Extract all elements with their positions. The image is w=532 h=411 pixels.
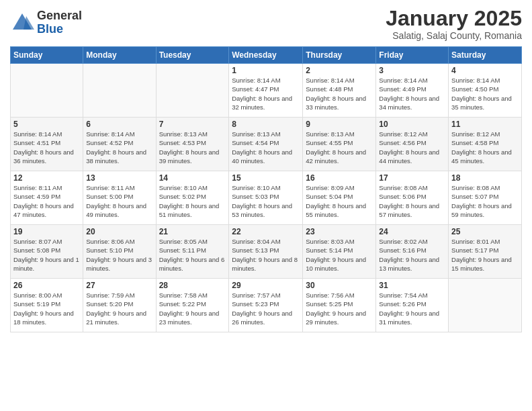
day-number: 23	[306, 227, 373, 236]
day-info: Sunrise: 8:03 AM Sunset: 5:14 PM Dayligh…	[306, 237, 373, 273]
day-number: 17	[379, 173, 445, 183]
logo-general: General	[37, 9, 82, 23]
day-info: Sunrise: 7:54 AM Sunset: 5:26 PM Dayligh…	[379, 291, 445, 326]
day-number: 31	[379, 281, 445, 290]
day-info: Sunrise: 8:12 AM Sunset: 4:56 PM Dayligh…	[379, 130, 445, 165]
day-cell: 10Sunrise: 8:12 AM Sunset: 4:56 PM Dayli…	[376, 118, 449, 171]
logo: General Blue	[10, 9, 82, 36]
title-block: January 2025 Salatig, Salaj County, Roma…	[386, 7, 522, 41]
day-cell: 1Sunrise: 8:14 AM Sunset: 4:47 PM Daylig…	[229, 64, 303, 118]
col-sunday: Sunday	[11, 47, 83, 64]
day-info: Sunrise: 8:06 AM Sunset: 5:10 PM Dayligh…	[86, 237, 152, 273]
day-info: Sunrise: 8:13 AM Sunset: 4:54 PM Dayligh…	[232, 130, 300, 165]
day-cell: 16Sunrise: 8:09 AM Sunset: 5:04 PM Dayli…	[303, 171, 376, 225]
day-cell	[11, 64, 83, 118]
week-row-1: 1Sunrise: 8:14 AM Sunset: 4:47 PM Daylig…	[11, 64, 522, 118]
day-info: Sunrise: 8:04 AM Sunset: 5:13 PM Dayligh…	[232, 237, 300, 273]
col-wednesday: Wednesday	[229, 47, 303, 64]
week-row-3: 12Sunrise: 8:11 AM Sunset: 4:59 PM Dayli…	[11, 171, 522, 225]
calendar-body: 1Sunrise: 8:14 AM Sunset: 4:47 PM Daylig…	[11, 64, 522, 332]
calendar-title: January 2025	[386, 7, 522, 30]
day-cell: 4Sunrise: 8:14 AM Sunset: 4:50 PM Daylig…	[449, 64, 522, 118]
day-number: 18	[451, 173, 519, 183]
day-cell: 6Sunrise: 8:14 AM Sunset: 4:52 PM Daylig…	[83, 118, 156, 171]
col-saturday: Saturday	[449, 47, 522, 64]
day-number: 28	[159, 281, 226, 290]
day-cell: 2Sunrise: 8:14 AM Sunset: 4:48 PM Daylig…	[303, 64, 376, 118]
day-number: 13	[86, 173, 152, 183]
day-info: Sunrise: 7:58 AM Sunset: 5:22 PM Dayligh…	[159, 291, 226, 326]
day-cell: 19Sunrise: 8:07 AM Sunset: 5:08 PM Dayli…	[11, 225, 83, 279]
day-cell: 17Sunrise: 8:08 AM Sunset: 5:06 PM Dayli…	[376, 171, 449, 225]
day-cell: 3Sunrise: 8:14 AM Sunset: 4:49 PM Daylig…	[376, 64, 449, 118]
day-info: Sunrise: 8:10 AM Sunset: 5:02 PM Dayligh…	[159, 183, 226, 219]
day-cell: 31Sunrise: 7:54 AM Sunset: 5:26 PM Dayli…	[376, 279, 449, 332]
week-row-4: 19Sunrise: 8:07 AM Sunset: 5:08 PM Dayli…	[11, 225, 522, 279]
day-cell: 24Sunrise: 8:02 AM Sunset: 5:16 PM Dayli…	[376, 225, 449, 279]
day-info: Sunrise: 8:10 AM Sunset: 5:03 PM Dayligh…	[232, 183, 300, 219]
day-info: Sunrise: 8:14 AM Sunset: 4:51 PM Dayligh…	[13, 130, 80, 165]
day-info: Sunrise: 8:08 AM Sunset: 5:06 PM Dayligh…	[379, 183, 445, 219]
day-info: Sunrise: 7:57 AM Sunset: 5:23 PM Dayligh…	[232, 291, 300, 326]
day-cell: 9Sunrise: 8:13 AM Sunset: 4:55 PM Daylig…	[303, 118, 376, 171]
day-info: Sunrise: 8:14 AM Sunset: 4:49 PM Dayligh…	[379, 76, 445, 111]
day-info: Sunrise: 8:14 AM Sunset: 4:52 PM Dayligh…	[86, 130, 152, 165]
day-cell: 18Sunrise: 8:08 AM Sunset: 5:07 PM Dayli…	[449, 171, 522, 225]
day-info: Sunrise: 8:14 AM Sunset: 4:47 PM Dayligh…	[232, 76, 300, 111]
day-info: Sunrise: 8:13 AM Sunset: 4:55 PM Dayligh…	[306, 130, 373, 165]
day-info: Sunrise: 8:05 AM Sunset: 5:11 PM Dayligh…	[159, 237, 226, 273]
day-cell	[83, 64, 156, 118]
day-number: 12	[13, 173, 80, 183]
day-cell: 23Sunrise: 8:03 AM Sunset: 5:14 PM Dayli…	[303, 225, 376, 279]
day-cell: 30Sunrise: 7:56 AM Sunset: 5:25 PM Dayli…	[303, 279, 376, 332]
day-number: 27	[86, 281, 152, 290]
day-number: 21	[159, 227, 226, 236]
day-number: 2	[306, 66, 373, 75]
day-number: 10	[379, 120, 445, 129]
day-info: Sunrise: 8:07 AM Sunset: 5:08 PM Dayligh…	[13, 237, 80, 273]
day-number: 9	[306, 120, 373, 129]
day-number: 16	[306, 173, 373, 183]
day-cell: 25Sunrise: 8:01 AM Sunset: 5:17 PM Dayli…	[449, 225, 522, 279]
day-cell: 12Sunrise: 8:11 AM Sunset: 4:59 PM Dayli…	[11, 171, 83, 225]
day-cell: 26Sunrise: 8:00 AM Sunset: 5:19 PM Dayli…	[11, 279, 83, 332]
day-info: Sunrise: 7:59 AM Sunset: 5:20 PM Dayligh…	[86, 291, 152, 326]
calendar-header-row: Sunday Monday Tuesday Wednesday Thursday…	[11, 47, 522, 64]
day-cell: 14Sunrise: 8:10 AM Sunset: 5:02 PM Dayli…	[156, 171, 229, 225]
col-tuesday: Tuesday	[156, 47, 229, 64]
calendar-table: Sunday Monday Tuesday Wednesday Thursday…	[10, 46, 522, 332]
header: General Blue January 2025 Salatig, Salaj…	[10, 7, 522, 41]
day-info: Sunrise: 8:01 AM Sunset: 5:17 PM Dayligh…	[451, 237, 519, 273]
day-info: Sunrise: 8:12 AM Sunset: 4:58 PM Dayligh…	[451, 130, 519, 165]
day-number: 11	[451, 120, 519, 129]
page: General Blue January 2025 Salatig, Salaj…	[0, 0, 532, 411]
day-number: 5	[13, 120, 80, 129]
day-number: 3	[379, 66, 445, 75]
day-number: 8	[232, 120, 300, 129]
day-info: Sunrise: 8:13 AM Sunset: 4:53 PM Dayligh…	[159, 130, 226, 165]
day-cell: 11Sunrise: 8:12 AM Sunset: 4:58 PM Dayli…	[449, 118, 522, 171]
day-number: 7	[159, 120, 226, 129]
calendar-subtitle: Salatig, Salaj County, Romania	[386, 30, 522, 41]
day-number: 20	[86, 227, 152, 236]
day-info: Sunrise: 8:11 AM Sunset: 4:59 PM Dayligh…	[13, 183, 80, 219]
day-number: 30	[306, 281, 373, 290]
day-number: 14	[159, 173, 226, 183]
day-number: 25	[451, 227, 519, 236]
day-info: Sunrise: 8:14 AM Sunset: 4:50 PM Dayligh…	[451, 76, 519, 111]
day-info: Sunrise: 8:11 AM Sunset: 5:00 PM Dayligh…	[86, 183, 152, 219]
day-number: 22	[232, 227, 300, 236]
day-info: Sunrise: 8:00 AM Sunset: 5:19 PM Dayligh…	[13, 291, 80, 326]
day-cell: 28Sunrise: 7:58 AM Sunset: 5:22 PM Dayli…	[156, 279, 229, 332]
col-monday: Monday	[83, 47, 156, 64]
day-number: 6	[86, 120, 152, 129]
logo-blue: Blue	[37, 23, 82, 36]
col-friday: Friday	[376, 47, 449, 64]
day-number: 29	[232, 281, 300, 290]
day-cell: 29Sunrise: 7:57 AM Sunset: 5:23 PM Dayli…	[229, 279, 303, 332]
day-number: 19	[13, 227, 80, 236]
day-number: 24	[379, 227, 445, 236]
day-cell: 15Sunrise: 8:10 AM Sunset: 5:03 PM Dayli…	[229, 171, 303, 225]
day-cell: 22Sunrise: 8:04 AM Sunset: 5:13 PM Dayli…	[229, 225, 303, 279]
week-row-2: 5Sunrise: 8:14 AM Sunset: 4:51 PM Daylig…	[11, 118, 522, 171]
